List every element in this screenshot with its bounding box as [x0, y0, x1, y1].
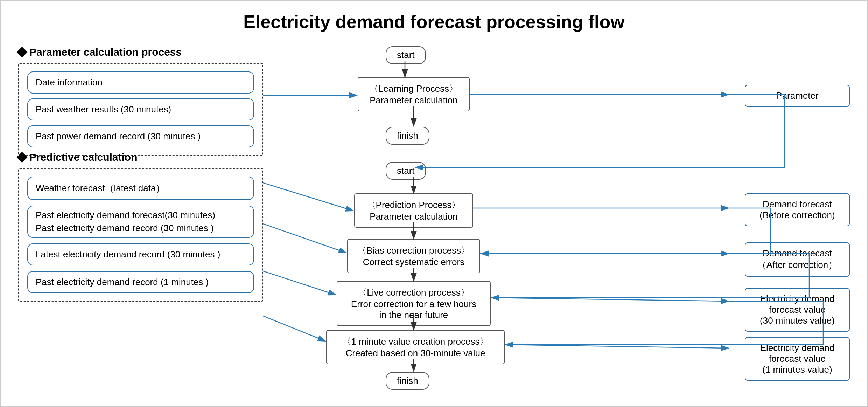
- svg-line-11: [263, 183, 354, 211]
- pred-input-3: Latest electricity demand record (30 min…: [27, 243, 254, 265]
- predictive-section-title: Predictive calculation: [18, 151, 263, 163]
- start-1: start: [386, 46, 426, 64]
- main-title: Electricity demand forecast processing f…: [15, 11, 853, 32]
- svg-line-18: [491, 298, 729, 301]
- start-2: start: [386, 162, 426, 180]
- predictive-section: Predictive calculation Weather forecast（…: [18, 151, 263, 302]
- output-demand-after: Demand forecast （After correction）: [745, 242, 850, 277]
- param-section-title: Parameter calculation process: [18, 46, 263, 58]
- predictive-dashed-box: Weather forecast（latest data） Past elect…: [18, 168, 263, 302]
- diamond-icon-2: [16, 152, 27, 163]
- output-demand-before: Demand forecast (Before correction): [745, 193, 850, 226]
- svg-line-12: [263, 224, 346, 253]
- output-elec-30min: Electricity demand forecast value (30 mi…: [745, 288, 850, 332]
- pred-input-1: Weather forecast（latest data）: [27, 177, 254, 200]
- pred-input-2: Past electricity demand forecast(30 minu…: [27, 206, 254, 238]
- finish-1: finish: [386, 127, 429, 145]
- finish-2: finish: [386, 372, 429, 390]
- minute-creation-box: 〈1 minute value creation process〉 Create…: [326, 330, 505, 364]
- live-correction-box: 〈Live correction process〉 Error correcti…: [337, 281, 491, 326]
- pred-input-4: Past electricity demand record (1 minute…: [27, 271, 254, 293]
- svg-line-19: [505, 345, 729, 348]
- bias-correction-box: 〈Bias correction process〉 Correct system…: [347, 239, 480, 273]
- output-parameter: Parameter: [745, 85, 850, 107]
- param-input-1: Date information: [27, 71, 254, 94]
- output-elec-1min: Electricity demand forecast value (1 min…: [745, 337, 850, 381]
- diamond-icon-1: [16, 47, 27, 57]
- learning-process-box: 〈Learning Process〉 Parameter calculation: [358, 77, 470, 111]
- prediction-process-box: 〈Prediction Process〉 Parameter calculati…: [354, 193, 473, 228]
- param-input-3: Past power demand record (30 minutes ): [27, 125, 254, 147]
- param-input-2: Past weather results (30 minutes): [27, 98, 254, 120]
- page-container: Electricity demand forecast processing f…: [0, 0, 868, 407]
- param-section: Parameter calculation process Date infor…: [18, 46, 263, 159]
- svg-line-14: [263, 316, 326, 341]
- param-dashed-box: Date information Past weather results (3…: [18, 63, 263, 156]
- svg-line-13: [263, 271, 336, 295]
